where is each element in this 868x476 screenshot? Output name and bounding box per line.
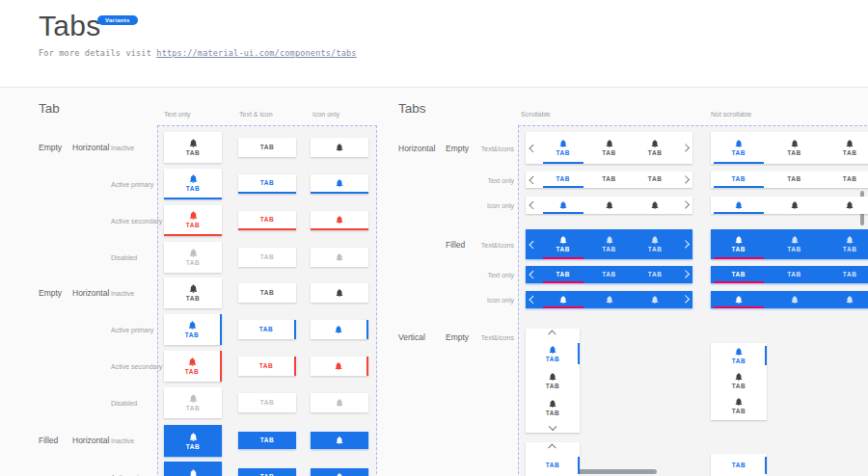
chevron-right-icon[interactable] xyxy=(678,132,692,164)
tab-item[interactable]: TAB xyxy=(711,368,767,393)
tab-item[interactable]: TAB xyxy=(586,266,633,283)
tab-item[interactable] xyxy=(711,197,767,214)
docs-link[interactable]: https://material-ui.com/components/tabs xyxy=(156,48,356,58)
tab-item[interactable]: TAB xyxy=(822,172,868,188)
tab-sample-both[interactable]: TAB xyxy=(164,278,222,308)
tab-sample-both[interactable]: TAB xyxy=(164,132,222,163)
tab-item[interactable]: TAB xyxy=(540,132,586,164)
chevron-left-icon[interactable] xyxy=(526,229,540,259)
tab-sample-both[interactable]: TAB xyxy=(164,425,222,457)
chevron-up-icon[interactable] xyxy=(526,329,580,340)
tab-item[interactable] xyxy=(822,197,868,214)
tab-item[interactable]: TAB xyxy=(586,172,633,188)
tab-item[interactable]: TAB xyxy=(767,266,823,283)
tab-sample-both[interactable]: TAB xyxy=(164,462,222,476)
tab-item[interactable]: TAB xyxy=(822,266,868,283)
tab-item[interactable] xyxy=(586,291,633,308)
chevron-left-icon[interactable] xyxy=(526,132,540,164)
tab-item[interactable] xyxy=(711,291,767,308)
tab-sample-icon[interactable] xyxy=(311,138,368,157)
tab-item[interactable] xyxy=(540,197,586,214)
chevron-right-icon[interactable] xyxy=(678,172,692,188)
tab-item[interactable]: TAB xyxy=(711,229,767,259)
tab-item[interactable]: TAB xyxy=(540,172,586,188)
tab-item[interactable] xyxy=(586,197,633,214)
tab-sample-text[interactable]: TAB xyxy=(238,248,296,267)
chevron-right-icon[interactable] xyxy=(678,197,692,214)
tab-item[interactable]: TAB xyxy=(526,367,580,394)
tab-sample-both[interactable]: TAB xyxy=(164,387,222,418)
tab-sample-icon[interactable] xyxy=(311,468,368,476)
tab-item[interactable]: TAB xyxy=(632,172,678,188)
tab-item[interactable]: TAB xyxy=(711,393,767,418)
chevron-down-icon[interactable] xyxy=(526,421,580,433)
bell-icon xyxy=(650,295,660,304)
tab-item[interactable] xyxy=(822,291,868,308)
tab-item[interactable]: TAB xyxy=(711,172,767,188)
tab-item[interactable]: TAB xyxy=(586,229,633,259)
design-canvas: Tab Text only Text & Icon Icon only Tabs… xyxy=(0,88,868,476)
tab-item[interactable] xyxy=(767,197,823,214)
tab-item[interactable]: TAB xyxy=(711,266,767,283)
tab-item[interactable]: TAB xyxy=(632,229,678,259)
tab-sample-icon[interactable] xyxy=(311,248,368,267)
tab-item[interactable]: TAB xyxy=(711,343,767,368)
tab-sample-both[interactable]: TAB xyxy=(164,205,222,236)
tabs-bar-not-scrollable: TABTABTAB xyxy=(711,229,868,259)
tab-item[interactable] xyxy=(632,291,678,308)
tab-sample-text[interactable]: TAB xyxy=(238,320,296,339)
tab-sample-icon[interactable] xyxy=(311,174,368,194)
tab-item[interactable]: TAB xyxy=(526,394,580,421)
tab-sample-both[interactable]: TAB xyxy=(164,351,222,382)
tab-item[interactable]: TAB xyxy=(822,229,868,259)
chevron-left-icon[interactable] xyxy=(526,266,540,283)
tab-item[interactable]: TAB xyxy=(822,132,868,164)
active-tab-indicator xyxy=(714,281,764,283)
tab-sample-text[interactable]: TAB xyxy=(238,211,296,230)
tab-item[interactable] xyxy=(632,197,678,214)
tab-sample-text[interactable]: TAB xyxy=(238,138,296,157)
tab-item[interactable]: TAB xyxy=(711,454,767,476)
tab-item[interactable]: TAB xyxy=(767,172,823,188)
tab-sample-text[interactable]: TAB xyxy=(238,357,296,376)
chevron-right-icon[interactable] xyxy=(678,229,692,259)
chevron-left-icon[interactable] xyxy=(526,197,540,214)
chevron-left-icon[interactable] xyxy=(526,172,540,188)
tab-item[interactable] xyxy=(540,291,586,308)
tab-item[interactable]: TAB xyxy=(711,132,767,164)
tab-item[interactable]: TAB xyxy=(526,454,580,476)
tab-sample-icon[interactable] xyxy=(311,211,368,230)
tab-sample-icon[interactable] xyxy=(311,320,368,339)
tab-item[interactable]: TAB xyxy=(540,229,586,259)
tab-sample-text[interactable]: TAB xyxy=(238,393,296,412)
bell-icon xyxy=(734,372,744,382)
tab-sample-both[interactable]: TAB xyxy=(164,242,222,273)
chevron-left-icon[interactable] xyxy=(526,291,540,308)
chevron-right-icon[interactable] xyxy=(678,291,692,308)
tab-sample-both[interactable]: TAB xyxy=(164,314,222,345)
bell-icon xyxy=(558,200,568,210)
tab-sample-text[interactable]: TAB xyxy=(238,432,296,449)
tab-item[interactable]: TAB xyxy=(540,266,586,283)
page-title: Tabs xyxy=(39,10,101,42)
tab-item[interactable]: TAB xyxy=(526,340,580,367)
tab-sample-text[interactable]: TAB xyxy=(238,174,296,194)
tab-sample-icon[interactable] xyxy=(311,357,368,376)
bell-icon xyxy=(187,357,198,367)
chevron-right-icon[interactable] xyxy=(678,266,692,283)
chevron-up-icon[interactable] xyxy=(526,442,580,454)
tab-sample-text[interactable]: TAB xyxy=(238,283,296,303)
tab-sample-text[interactable]: TAB xyxy=(238,468,296,476)
active-tab-indicator xyxy=(714,162,764,164)
tab-item[interactable]: TAB xyxy=(632,132,678,164)
tab-item[interactable]: TAB xyxy=(632,266,678,283)
tab-sample-icon[interactable] xyxy=(311,393,368,412)
tab-sample-both[interactable]: TAB xyxy=(164,169,222,199)
tab-item[interactable]: TAB xyxy=(767,132,823,164)
tab-item[interactable]: TAB xyxy=(767,229,823,259)
tab-sample-icon[interactable] xyxy=(311,283,368,303)
tab-item[interactable]: TAB xyxy=(586,132,633,164)
tab-item[interactable] xyxy=(767,291,823,308)
tab-sample-icon[interactable] xyxy=(311,432,368,449)
tab-label: TAB xyxy=(186,223,201,229)
